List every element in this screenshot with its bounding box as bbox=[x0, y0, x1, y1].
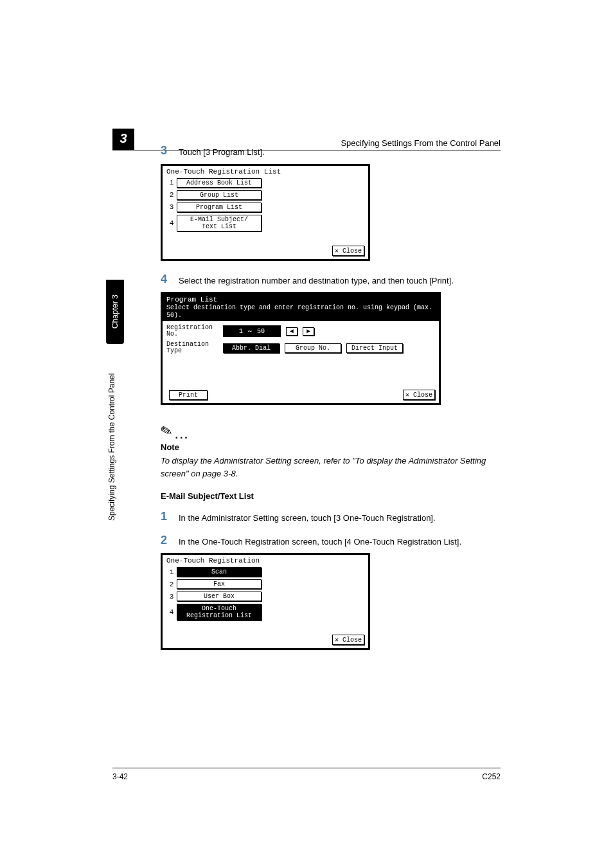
menu-item-3[interactable]: 3 User Box bbox=[166, 592, 364, 601]
panel-title: One-Touch Registration List bbox=[163, 166, 368, 176]
close-label: Close bbox=[413, 392, 432, 399]
side-title: Specifying Settings From the Control Pan… bbox=[107, 347, 116, 547]
group-no-button[interactable]: Group No. bbox=[285, 343, 341, 353]
pencil-icon: ✎ bbox=[159, 422, 174, 441]
footer-rule bbox=[112, 768, 501, 768]
menu-num: 4 bbox=[166, 219, 177, 227]
menu-item-1[interactable]: 1 Address Book List bbox=[166, 178, 364, 188]
chapter-badge: 3 bbox=[112, 129, 134, 149]
step-4: 4 Select the registration number and des… bbox=[161, 273, 501, 287]
panel-title: One-Touch Registration bbox=[163, 555, 368, 565]
close-label: Close bbox=[342, 248, 362, 255]
program-list-button[interactable]: Program List bbox=[177, 203, 262, 212]
screenshot-one-touch-registration: One-Touch Registration 1 Scan 2 Fax 3 Us… bbox=[161, 553, 370, 650]
step-number: 4 bbox=[161, 273, 179, 287]
step-number: 3 bbox=[161, 144, 179, 159]
step-1: 1 In the Administrator Setting screen, t… bbox=[161, 510, 501, 525]
step-3: 3 Touch [3 Program List]. bbox=[161, 144, 501, 159]
note-text: To display the Administrator Setting scr… bbox=[161, 455, 501, 480]
menu-num: 3 bbox=[166, 203, 177, 211]
panel-title: Program List Select destination type and… bbox=[163, 294, 439, 321]
registration-range-display: 1 ～ 50 bbox=[223, 325, 281, 337]
direct-input-button[interactable]: Direct Input bbox=[346, 343, 403, 353]
email-subject-text-list-button[interactable]: E-Mail Subject/ Text List bbox=[177, 215, 262, 231]
section-heading: E-Mail Subject/Text List bbox=[161, 491, 501, 501]
page-number: 3-42 bbox=[112, 772, 128, 781]
menu-item-3[interactable]: 3 Program List bbox=[166, 203, 364, 212]
side-tab-chapter: Chapter 3 bbox=[106, 280, 124, 344]
close-button[interactable]: ✕ Close bbox=[332, 246, 364, 256]
step-number: 1 bbox=[161, 510, 179, 525]
menu-num: 1 bbox=[166, 568, 177, 576]
arrow-left-button[interactable]: ◄ bbox=[286, 327, 298, 336]
menu-item-4[interactable]: 4 E-Mail Subject/ Text List bbox=[166, 215, 364, 231]
menu-num: 3 bbox=[166, 593, 177, 601]
step-text: Touch [3 Program List]. bbox=[179, 144, 265, 159]
menu-num: 1 bbox=[166, 179, 177, 186]
menu-num: 4 bbox=[166, 608, 177, 616]
screenshot-registration-list: One-Touch Registration List 1 Address Bo… bbox=[161, 164, 370, 261]
close-button[interactable]: ✕ Close bbox=[332, 635, 364, 645]
note-label: Note bbox=[161, 442, 501, 452]
one-touch-registration-list-button[interactable]: One-Touch Registration List bbox=[177, 604, 262, 620]
registration-no-label: Registration No. bbox=[166, 325, 218, 338]
menu-item-2[interactable]: 2 Group List bbox=[166, 190, 364, 200]
fax-button[interactable]: Fax bbox=[177, 579, 262, 589]
destination-type-label: Destination Type bbox=[166, 341, 218, 354]
close-button[interactable]: ✕ Close bbox=[403, 390, 435, 400]
menu-item-2[interactable]: 2 Fax bbox=[166, 579, 364, 589]
close-label: Close bbox=[342, 637, 362, 644]
print-button[interactable]: Print bbox=[169, 390, 208, 400]
destination-row: Destination Type Abbr. Dial Group No. Di… bbox=[166, 341, 435, 354]
note-block: ✎ ... Note To display the Administrator … bbox=[161, 417, 501, 480]
arrow-right-button[interactable]: ► bbox=[303, 327, 314, 336]
note-dots: ... bbox=[175, 429, 189, 440]
address-book-list-button[interactable]: Address Book List bbox=[177, 178, 262, 188]
step-text: In the One-Touch Registration screen, to… bbox=[179, 534, 461, 548]
menu-item-1[interactable]: 1 Scan bbox=[166, 567, 364, 577]
menu-num: 2 bbox=[166, 581, 177, 588]
step-text: Select the registration number and desti… bbox=[179, 273, 454, 287]
step-2: 2 In the One-Touch Registration screen, … bbox=[161, 534, 501, 548]
menu-num: 2 bbox=[166, 191, 177, 199]
model-number: C252 bbox=[482, 772, 501, 781]
step-number: 2 bbox=[161, 534, 179, 548]
step-text: In the Administrator Setting screen, tou… bbox=[179, 510, 436, 525]
user-box-button[interactable]: User Box bbox=[177, 592, 262, 601]
abbr-dial-button[interactable]: Abbr. Dial bbox=[223, 343, 280, 353]
registration-row: Registration No. 1 ～ 50 ◄ ► bbox=[166, 325, 435, 338]
screenshot-program-list: Program List Select destination type and… bbox=[161, 292, 441, 405]
scan-button[interactable]: Scan bbox=[177, 567, 262, 577]
group-list-button[interactable]: Group List bbox=[177, 190, 262, 200]
menu-item-4[interactable]: 4 One-Touch Registration List bbox=[166, 604, 364, 620]
